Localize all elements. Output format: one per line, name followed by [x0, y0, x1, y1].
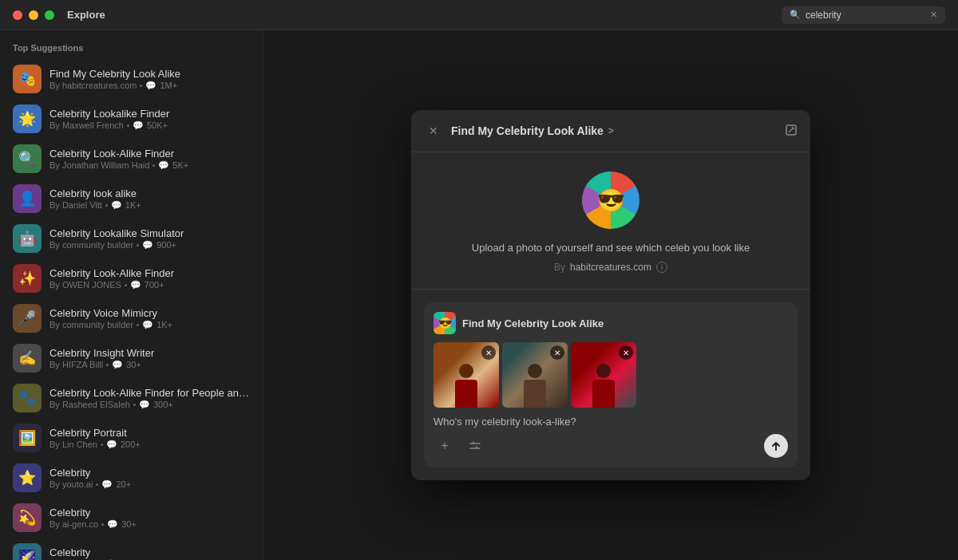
app-author: By habitcreatures.com i: [554, 262, 667, 273]
sidebar-item-7[interactable]: 🎤 Celebrity Voice Mimicry By community b…: [0, 298, 263, 338]
close-button[interactable]: [13, 10, 22, 20]
item-info-2: Celebrity Lookalike Finder By Maxwell Fr…: [49, 108, 250, 131]
item-meta-9: By Rasheed ElSaleh 💬 300+: [49, 400, 250, 410]
clear-search-icon[interactable]: ✕: [930, 10, 937, 20]
search-input[interactable]: [806, 10, 925, 21]
item-count-icon-11: 💬: [101, 479, 113, 490]
item-count-4: 1K+: [125, 200, 141, 210]
item-avatar-2: 🌟: [13, 105, 42, 133]
item-meta-10: By Lin Chen 💬 200+: [49, 440, 250, 450]
adjust-button[interactable]: [464, 435, 486, 457]
info-icon[interactable]: i: [656, 262, 667, 273]
sidebar-item-12[interactable]: 💫 Celebrity By ai-gen.co 💬 30+: [0, 498, 263, 538]
photo-item-3: ✕: [571, 342, 636, 408]
modal-edit-button[interactable]: [785, 124, 798, 139]
titlebar: Explore 🔍 ✕: [0, 0, 958, 30]
item-author-3: By Jonathan William Haid: [49, 160, 149, 170]
sidebar-item-8[interactable]: ✍️ Celebrity Insight Writer By HIFZA Bil…: [0, 338, 263, 378]
item-meta-8: By HIFZA Billl 💬 30+: [49, 360, 250, 370]
item-count-icon-12: 💬: [107, 519, 118, 530]
sidebar-item-4[interactable]: 👤 Celebrity look alike By Daniel Vitt 💬 …: [0, 179, 263, 219]
photo-remove-2[interactable]: ✕: [550, 345, 564, 360]
item-avatar-12: 💫: [13, 503, 42, 532]
modal-body: 😎 Upload a photo of yourself and see whi…: [411, 152, 810, 290]
item-avatar-13: 🌠: [13, 543, 42, 560]
item-avatar-1: 🎭: [13, 65, 42, 93]
item-name-13: Celebrity: [49, 546, 250, 558]
item-author-7: By community builder: [49, 320, 133, 329]
modal-title-arrow: >: [608, 125, 614, 136]
item-meta-4: By Daniel Vitt 💬 1K+: [49, 200, 250, 211]
sidebar-item-1[interactable]: 🎭 Find My Celebrity Look Alike By habitc…: [0, 59, 263, 99]
main-layout: Top Suggestions 🎭 Find My Celebrity Look…: [0, 30, 958, 560]
sidebar-item-9[interactable]: 🐾 Celebrity Look-Alike Finder for People…: [0, 378, 263, 418]
item-count-icon-4: 💬: [111, 200, 122, 211]
sidebar-item-11[interactable]: ⭐ Celebrity By youto.ai 💬 20+: [0, 458, 263, 498]
item-author-4: By Daniel Vitt: [49, 200, 102, 210]
person-silhouette-3: [592, 364, 615, 408]
chat-app-name: Find My Celebrity Look Alike: [462, 317, 604, 329]
item-count-icon-9: 💬: [139, 400, 150, 410]
search-bar[interactable]: 🔍 ✕: [782, 6, 945, 24]
meta-dot-5: [137, 244, 139, 246]
item-count-11: 20+: [116, 479, 131, 489]
sidebar-item-6[interactable]: ✨ Celebrity Look-Alike Finder By OWEN JO…: [0, 258, 263, 298]
item-info-4: Celebrity look alike By Daniel Vitt 💬 1K…: [49, 187, 250, 211]
item-emoji-3: 🔍: [18, 150, 36, 168]
meta-dot-6: [125, 284, 127, 286]
sidebar-item-13[interactable]: 🌠 Celebrity By Aida Bell 💬 40+: [0, 538, 263, 560]
chat-message-header: 😎 Find My Celebrity Look Alike: [433, 312, 788, 334]
chat-app-avatar: 😎: [433, 312, 456, 334]
sidebar-list: 🎭 Find My Celebrity Look Alike By habitc…: [0, 59, 263, 560]
item-meta-2: By Maxwell French 💬 50K+: [49, 120, 250, 131]
item-name-9: Celebrity Look-Alike Finder for People a…: [49, 387, 250, 399]
item-info-1: Find My Celebrity Look Alike By habitcre…: [49, 68, 250, 91]
item-info-9: Celebrity Look-Alike Finder for People a…: [49, 387, 250, 410]
item-name-2: Celebrity Lookalike Finder: [49, 108, 250, 120]
sidebar-item-10[interactable]: 🖼️ Celebrity Portrait By Lin Chen 💬 200+: [0, 418, 263, 458]
app-description: Upload a photo of yourself and see which…: [472, 242, 750, 254]
item-name-1: Find My Celebrity Look Alike: [49, 68, 250, 80]
photo-remove-1[interactable]: ✕: [481, 345, 496, 360]
meta-dot-11: [96, 483, 98, 486]
item-name-7: Celebrity Voice Mimicry: [49, 307, 250, 319]
photo-item-2: ✕: [502, 342, 568, 408]
chat-input-text: Who's my celebrity look-a-like?: [433, 416, 788, 428]
sidebar-item-2[interactable]: 🌟 Celebrity Lookalike Finder By Maxwell …: [0, 99, 263, 139]
item-emoji-4: 👤: [18, 190, 36, 207]
item-avatar-3: 🔍: [13, 144, 42, 173]
meta-dot-2: [127, 124, 129, 127]
meta-dot-1: [140, 85, 142, 87]
item-name-12: Celebrity: [49, 507, 250, 519]
maximize-button[interactable]: [45, 10, 54, 20]
sidebar-item-3[interactable]: 🔍 Celebrity Look-Alike Finder By Jonatha…: [0, 139, 263, 179]
send-button[interactable]: [764, 434, 788, 458]
item-meta-11: By youto.ai 💬 20+: [49, 479, 250, 490]
item-emoji-2: 🌟: [18, 110, 36, 128]
app-icon-emoji: 😎: [597, 187, 625, 214]
item-emoji-6: ✨: [18, 270, 36, 287]
item-avatar-10: 🖼️: [13, 424, 42, 452]
item-meta-7: By community builder 💬 1K+: [49, 320, 250, 330]
content-area: ✕ Find My Celebrity Look Alike > 😎 Up: [263, 30, 958, 560]
app-icon-large: 😎: [582, 172, 639, 229]
minimize-button[interactable]: [29, 10, 38, 20]
add-attachment-button[interactable]: +: [433, 435, 456, 457]
item-info-13: Celebrity By Aida Bell 💬 40+: [49, 546, 250, 561]
item-avatar-9: 🐾: [13, 384, 42, 412]
item-count-icon-5: 💬: [142, 240, 153, 250]
item-name-5: Celebrity Lookalike Simulator: [49, 227, 250, 239]
toolbar-left: +: [433, 435, 486, 457]
modal-close-button[interactable]: ✕: [424, 121, 443, 140]
item-info-12: Celebrity By ai-gen.co 💬 30+: [49, 507, 250, 530]
sidebar-item-5[interactable]: 🤖 Celebrity Lookalike Simulator By commu…: [0, 219, 263, 258]
item-count-10: 200+: [121, 440, 141, 449]
item-count-icon-6: 💬: [130, 280, 141, 290]
item-meta-12: By ai-gen.co 💬 30+: [49, 519, 250, 530]
photo-remove-3[interactable]: ✕: [619, 345, 633, 360]
item-info-5: Celebrity Lookalike Simulator By communi…: [49, 227, 250, 250]
section-label: Top Suggestions: [0, 40, 263, 59]
item-count-3: 5K+: [172, 160, 188, 170]
meta-dot-4: [105, 204, 108, 207]
item-avatar-5: 🤖: [13, 224, 42, 253]
